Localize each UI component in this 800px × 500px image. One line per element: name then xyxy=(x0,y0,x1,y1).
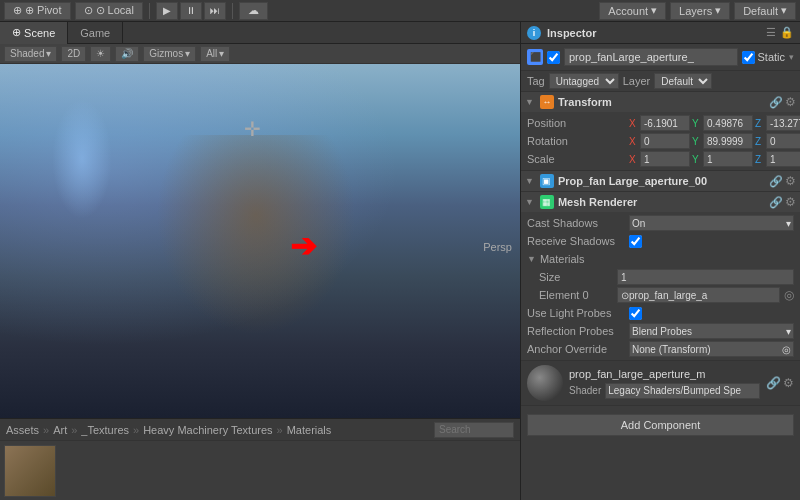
rot-z-label: Z xyxy=(755,136,765,147)
reflection-arrow-icon: ▾ xyxy=(786,326,791,337)
materials-row: ▼ Materials xyxy=(527,250,794,268)
element0-input[interactable] xyxy=(617,287,780,303)
mesh-renderer-gear-icon[interactable]: ⚙ xyxy=(785,195,796,209)
object-name-field[interactable] xyxy=(564,48,738,66)
default-dropdown[interactable]: Default ▾ xyxy=(734,2,796,20)
tag-select[interactable]: Untagged xyxy=(549,73,619,89)
scene-tab-icon: ⊕ xyxy=(12,26,21,39)
separator-1 xyxy=(149,3,150,19)
default-arrow-icon: ▾ xyxy=(781,4,787,17)
local-label: ⊙ Local xyxy=(96,4,134,17)
rot-x-label: X xyxy=(629,136,639,147)
cloud-icon: ☁ xyxy=(248,4,259,16)
position-xyz: X Y Z xyxy=(629,115,800,131)
pause-button[interactable]: ⏸ xyxy=(180,2,202,20)
transform-link-icon[interactable]: 🔗 xyxy=(769,96,783,109)
step-button[interactable]: ⏭ xyxy=(204,2,226,20)
rot-y-input[interactable] xyxy=(703,133,753,149)
pos-x-input[interactable] xyxy=(640,115,690,131)
pos-y-input[interactable] xyxy=(703,115,753,131)
tab-game[interactable]: Game xyxy=(68,22,123,44)
asset-search-input[interactable] xyxy=(434,422,514,438)
mesh-renderer-collapse-icon: ▼ xyxy=(525,197,534,207)
element0-select-icon[interactable]: ◎ xyxy=(784,288,794,302)
reflection-label: Reflection Probes xyxy=(527,325,627,337)
assets-breadcrumb-heavy[interactable]: Heavy Machinery Textures xyxy=(143,424,272,436)
pos-y-label: Y xyxy=(692,118,702,129)
tag-layer-row: Tag Untagged Layer Default xyxy=(521,71,800,92)
shader-value-input[interactable] xyxy=(605,383,760,399)
inspector-menu-icon[interactable]: ☰ xyxy=(766,26,776,39)
material-link-icon[interactable]: 🔗 xyxy=(766,376,781,390)
mesh-renderer-settings: 🔗 ⚙ xyxy=(769,195,796,209)
gizmos-dropdown[interactable]: Gizmos ▾ xyxy=(143,46,196,62)
scale-z-input[interactable] xyxy=(766,151,800,167)
scale-x-group: X xyxy=(629,151,690,167)
2d-label: 2D xyxy=(67,48,80,59)
transform-gear-icon[interactable]: ⚙ xyxy=(785,95,796,109)
component-mesh-filter-header[interactable]: ▼ ▣ Prop_fan Large_aperture_00 🔗 ⚙ xyxy=(521,171,800,191)
thumbnail-1[interactable] xyxy=(4,445,56,497)
shading-dropdown[interactable]: Shaded ▾ xyxy=(4,46,57,62)
object-active-checkbox[interactable] xyxy=(547,51,560,64)
scale-x-input[interactable] xyxy=(640,151,690,167)
rot-z-input[interactable] xyxy=(766,133,800,149)
red-arrow: ➔ xyxy=(290,227,317,265)
play-button[interactable]: ▶ xyxy=(156,2,178,20)
static-dropdown-arrow[interactable]: ▾ xyxy=(789,52,794,62)
component-mesh-filter: ▼ ▣ Prop_fan Large_aperture_00 🔗 ⚙ xyxy=(521,171,800,192)
position-row: Position X Y Z xyxy=(527,114,794,132)
layer-select[interactable]: Default xyxy=(654,73,712,89)
anchor-dropdown[interactable]: None (Transform) ◎ xyxy=(629,341,794,357)
pos-z-input[interactable] xyxy=(766,115,800,131)
static-container: Static xyxy=(742,51,785,64)
cloud-button[interactable]: ☁ xyxy=(239,2,268,20)
all-dropdown[interactable]: All ▾ xyxy=(200,46,230,62)
viewport: ➔ ✛ Persp xyxy=(0,64,520,418)
transform-gizmo: ✛ xyxy=(244,117,261,141)
size-input[interactable] xyxy=(617,269,794,285)
reflection-row: Reflection Probes Blend Probes ▾ xyxy=(527,322,794,340)
use-light-checkbox[interactable] xyxy=(629,307,642,320)
mesh-renderer-title: Mesh Renderer xyxy=(558,196,765,208)
assets-breadcrumb-art[interactable]: Art xyxy=(53,424,67,436)
gizmos-label: Gizmos xyxy=(149,48,183,59)
rotation-label: Rotation xyxy=(527,135,627,147)
view-toolbar: Shaded ▾ 2D ☀ 🔊 Gizmos ▾ All ▾ xyxy=(0,44,520,64)
persp-label: Persp xyxy=(483,241,512,253)
pos-y-group: Y xyxy=(692,115,753,131)
static-checkbox[interactable] xyxy=(742,51,755,64)
lighting-icon: ☀ xyxy=(96,48,105,59)
assets-breadcrumb-materials[interactable]: Materials xyxy=(287,424,332,436)
rot-x-group: X xyxy=(629,133,690,149)
mesh-filter-link-icon[interactable]: 🔗 xyxy=(769,175,783,188)
assets-breadcrumb-assets[interactable]: Assets xyxy=(6,424,39,436)
audio-button[interactable]: 🔊 xyxy=(115,46,139,62)
assets-breadcrumb-textures[interactable]: _Textures xyxy=(81,424,129,436)
component-transform-header[interactable]: ▼ ↔ Transform 🔗 ⚙ xyxy=(521,92,800,112)
pivot-button[interactable]: ⊕ ⊕ Pivot xyxy=(4,2,71,20)
account-dropdown[interactable]: Account ▾ xyxy=(599,2,666,20)
local-button[interactable]: ⊙ ⊙ Local xyxy=(75,2,143,20)
2d-button[interactable]: 2D xyxy=(61,46,86,62)
material-gear-icon[interactable]: ⚙ xyxy=(783,376,794,390)
breadcrumb-sep-4: » xyxy=(277,424,283,436)
scale-label: Scale xyxy=(527,153,627,165)
scale-y-input[interactable] xyxy=(703,151,753,167)
tag-label: Tag xyxy=(527,75,545,87)
mesh-filter-gear-icon[interactable]: ⚙ xyxy=(785,174,796,188)
component-mesh-renderer: ▼ ▦ Mesh Renderer 🔗 ⚙ Cast Shadows On ▾ xyxy=(521,192,800,361)
transform-settings: 🔗 ⚙ xyxy=(769,95,796,109)
mesh-renderer-link-icon[interactable]: 🔗 xyxy=(769,196,783,209)
component-mesh-renderer-header[interactable]: ▼ ▦ Mesh Renderer 🔗 ⚙ xyxy=(521,192,800,212)
receive-shadows-checkbox[interactable] xyxy=(629,235,642,248)
inspector-lock-icon[interactable]: 🔒 xyxy=(780,26,794,39)
tab-scene[interactable]: ⊕ Scene xyxy=(0,22,68,44)
reflection-dropdown[interactable]: Blend Probes ▾ xyxy=(629,323,794,339)
element0-row: Element 0 ◎ xyxy=(527,286,794,304)
rot-x-input[interactable] xyxy=(640,133,690,149)
cast-shadows-dropdown[interactable]: On ▾ xyxy=(629,215,794,231)
add-component-button[interactable]: Add Component xyxy=(527,414,794,436)
layers-dropdown[interactable]: Layers ▾ xyxy=(670,2,730,20)
lighting-button[interactable]: ☀ xyxy=(90,46,111,62)
